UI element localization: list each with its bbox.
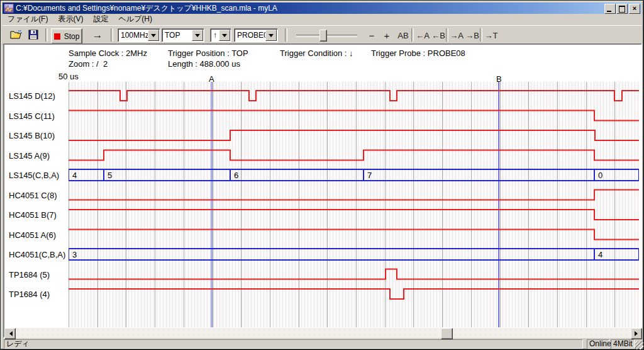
bus-trace-hc4051-c-b-a- [69, 249, 639, 260]
memory-size-badge: 4MBit [611, 339, 635, 349]
scroll-left-button[interactable] [4, 328, 16, 339]
info-row2-item-1: Length : 488.000 us [168, 59, 240, 69]
bus-value-ls145-c-b-a--4: 0 [598, 171, 602, 180]
bus-value-hc4051-c-b-a--1: 4 [598, 250, 602, 259]
info-row1-item-0: Sample Clock : 2MHz [69, 48, 147, 58]
time-scale-label: 50 us [58, 72, 79, 81]
marker-b-label: B [496, 74, 502, 84]
info-row1-item-2: Trigger Condition : ↓ [280, 48, 353, 58]
signal-trace-tp1684-4- [69, 289, 639, 299]
channel-label-tp1684-4-: TP1684 (4) [9, 290, 50, 299]
page-layer: Sample Clock : 2MHzTrigger Position : TO… [1, 1, 643, 349]
scrollbar-thumb[interactable] [441, 328, 453, 339]
bus-trace-ls145-c-b-a- [69, 169, 639, 181]
online-status-badge: Online [587, 339, 609, 349]
resize-grip[interactable] [635, 341, 643, 349]
signal-trace-ls145-c-11- [69, 111, 639, 121]
signal-trace-hc4051-a-6- [69, 230, 639, 240]
signal-trace-hc4051-b-7- [69, 210, 639, 220]
channel-label-tp1684-5-: TP1684 (5) [9, 270, 50, 279]
channel-label-ls145-c-b-a-: LS145(C,B,A) [9, 171, 59, 180]
bus-value-ls145-c-b-a--1: 5 [108, 171, 112, 180]
channel-label-ls145-a-9-: LS145 A(9) [9, 151, 50, 161]
bus-value-hc4051-c-b-a--0: 3 [72, 250, 77, 259]
channel-label-hc4051-c-b-a-: HC4051(C,B,A) [9, 250, 65, 259]
signal-trace-tp1684-5- [69, 269, 639, 279]
signal-trace-ls145-b-10- [69, 130, 639, 140]
status-message: レディ [4, 339, 583, 349]
info-row2-item-0: Zoom : / 2 [69, 59, 108, 69]
wave-plot-region[interactable]: 4567034 [69, 82, 639, 327]
channel-label-hc4051-a-6-: HC4051 A(6) [9, 230, 56, 240]
app-window: LA C:¥Documents and Settings¥noname¥デスクト… [1, 1, 643, 349]
waveform-canvas[interactable]: 4567034 [69, 82, 639, 327]
status-bar: レディ Online 4MBit [3, 339, 643, 349]
channel-label-ls145-b-10-: LS145 B(10) [9, 131, 55, 140]
info-row1-item-1: Trigger Position : TOP [168, 48, 248, 58]
bus-value-ls145-c-b-a--0: 4 [72, 171, 77, 180]
marker-a-label: A [209, 74, 214, 84]
right-arrow-icon [635, 331, 640, 336]
channel-label-ls145-c-11-: LS145 C(11) [9, 111, 55, 121]
bus-value-ls145-c-b-a--2: 6 [234, 171, 238, 180]
bus-value-ls145-c-b-a--3: 7 [367, 171, 372, 180]
channel-label-hc4051-c-8-: HC4051 C(8) [9, 191, 57, 200]
channel-label-ls145-d-12-: LS145 D(12) [9, 91, 55, 101]
left-arrow-icon [7, 331, 13, 336]
channel-label-hc4051-b-7-: HC4051 B(7) [9, 210, 57, 220]
signal-trace-hc4051-c-8- [69, 190, 639, 200]
scroll-right-button[interactable] [631, 328, 642, 339]
signal-trace-ls145-d-12- [69, 91, 639, 101]
signal-trace-ls145-a-9- [69, 150, 639, 161]
info-row1-item-3: Trigger Probe : PROBE08 [371, 48, 465, 58]
horizontal-scrollbar[interactable] [4, 328, 642, 338]
